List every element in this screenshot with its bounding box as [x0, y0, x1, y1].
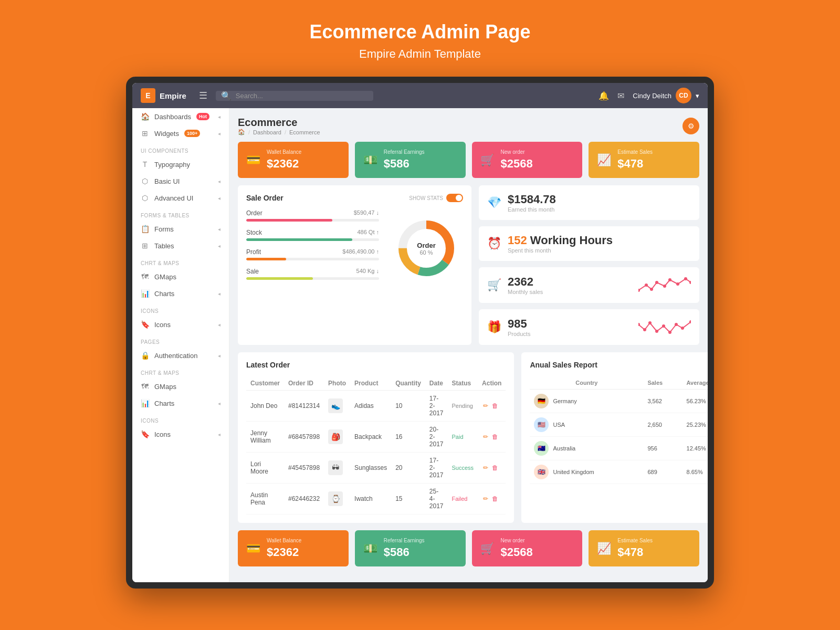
latest-order-card: Latest Order Customer Order ID Photo Pro… — [238, 352, 514, 523]
sidebar-label-advanced-ui: Advanced UI — [154, 194, 193, 202]
edit-button[interactable]: ✏ — [482, 494, 489, 503]
neworder-icon: 🛒 — [480, 153, 495, 167]
chevron-icons1: ◂ — [218, 322, 220, 328]
sidebar-item-widgets[interactable]: ⊞ Widgets 100+ ◂ — [132, 125, 229, 142]
date: 20-2-2017 — [425, 422, 448, 453]
sidebar-item-forms[interactable]: 📋 Forms ◂ — [132, 220, 229, 237]
user-info[interactable]: Cindy Deitch CD ▾ — [633, 88, 699, 103]
sidebar-item-charts2[interactable]: 📊 Charts ◂ — [132, 395, 229, 412]
brand-logo: E Empire — [141, 88, 186, 103]
settings-button[interactable]: ⚙ — [682, 118, 699, 134]
estimate-label: Estimate Sales — [617, 149, 653, 155]
sidebar-item-icons1[interactable]: 🔖 Icons ◂ — [132, 316, 229, 333]
date: 17-2-2017 — [425, 453, 448, 484]
order-id: #62446232 — [284, 484, 324, 514]
neworder-icon-b: 🛒 — [480, 542, 495, 555]
toggle-switch[interactable] — [446, 194, 463, 202]
sidebar-item-dashboards[interactable]: 🏠 Dashboards Hot ◂ — [132, 108, 229, 125]
product-name: Adidas — [350, 391, 391, 422]
section-label-ui: UI Components — [132, 142, 229, 156]
bar-label-profit: Profit — [246, 248, 261, 256]
breadcrumb-dashboard: Dashboard — [253, 129, 281, 135]
donut-percent: 60 % — [417, 249, 435, 256]
date: 25-4-2017 — [425, 484, 448, 514]
stat-card-referral: 💵 Referral Earnings $586 — [355, 142, 466, 178]
product-name: Sunglasses — [350, 453, 391, 484]
bell-icon[interactable]: 🔔 — [598, 91, 609, 101]
wallet-label-b: Wallet Balance — [267, 538, 301, 543]
referral-icon: 💵 — [363, 153, 377, 167]
table-row: Lori Moore #45457898 🕶 Sunglasses 20 17-… — [246, 453, 506, 484]
referral-value: $586 — [384, 157, 425, 171]
edit-button[interactable]: ✏ — [482, 401, 489, 411]
chevron-auth: ◂ — [218, 353, 220, 359]
product-name: Iwatch — [350, 484, 391, 514]
sidebar-item-advanced-ui[interactable]: ⬡ Advanced UI ◂ — [132, 190, 229, 206]
edit-button[interactable]: ✏ — [482, 463, 489, 472]
col-customer: Customer — [246, 376, 284, 391]
search-input[interactable] — [236, 92, 368, 100]
bottom-stat-card-wallet: 💳 Wallet Balance $2362 — [238, 530, 349, 566]
sidebar-item-gmaps1[interactable]: 🗺 GMaps — [132, 268, 229, 285]
bar-value-order: $590,47 ↓ — [354, 209, 379, 217]
device-screen: E Empire ☰ 🔍 🔔 ✉ Cindy Deitch CD ▾ — [132, 83, 708, 582]
sidebar-item-icons2[interactable]: 🔖 Icons ◂ — [132, 426, 229, 443]
page-title: Ecommerce — [238, 117, 320, 129]
product-photo: 🕶 — [324, 453, 350, 484]
stat-card-neworder: 🛒 New order $2568 — [472, 142, 583, 178]
product-photo: 🎒 — [324, 422, 350, 453]
wallet-value: $2362 — [267, 157, 301, 171]
delete-button[interactable]: 🗑 — [491, 432, 499, 442]
svg-point-10 — [676, 282, 679, 286]
country-cell: 🇦🇺 Australia — [530, 437, 643, 460]
show-stats-label: SHOW STATS — [409, 195, 443, 201]
bar-value-stock: 486 Qt ↑ — [357, 229, 379, 236]
mini-stat-monthly-sales: 🛒 2362 Monthly sales — [479, 267, 699, 303]
delete-button[interactable]: 🗑 — [491, 401, 499, 411]
country-name: USA — [553, 422, 565, 428]
donut-center: Order 60 % — [417, 242, 435, 256]
referral-label: Referral Earnings — [384, 149, 425, 155]
referral-value-b: $586 — [384, 545, 425, 559]
monthly-sparkline — [638, 275, 691, 296]
brand-name: Empire — [160, 91, 186, 100]
stat-cards-row: 💳 Wallet Balance $2362 💵 Referral Earnin… — [238, 142, 699, 178]
diamond-icon: 💎 — [487, 196, 501, 209]
average-value: 56.23% — [682, 390, 708, 413]
bar-order: Order $590,47 ↓ — [246, 209, 379, 222]
page-sub-title: Empire Admin Template — [310, 47, 531, 61]
bar-value-profit: $486,490.00 ↑ — [342, 248, 379, 256]
table-row: Austin Pena #62446232 ⌚ Iwatch 15 25-4-2… — [246, 484, 506, 514]
sidebar-item-authentication[interactable]: 🔒 Authentication ◂ — [132, 347, 229, 364]
products-sparkline — [638, 317, 691, 338]
chevron-charts1: ◂ — [218, 291, 220, 297]
sidebar-item-charts1[interactable]: 📊 Charts ◂ — [132, 285, 229, 302]
sales-value: 689 — [643, 460, 682, 484]
country-name: Germany — [553, 398, 576, 404]
bottom-stat-cards: 💳 Wallet Balance $2362 💵 Referral Earnin… — [238, 530, 699, 566]
sidebar-item-tables[interactable]: ⊞ Tables ◂ — [132, 237, 229, 254]
sidebar-item-basic-ui[interactable]: ⬡ Basic UI ◂ — [132, 173, 229, 190]
country-avatar: 🇺🇸 — [534, 417, 549, 432]
mini-stat-earned: 💎 $1584.78 Earned this month — [479, 185, 699, 220]
typography-icon: T — [141, 160, 149, 169]
delete-button[interactable]: 🗑 — [491, 494, 499, 503]
customer-name: Lori Moore — [246, 453, 284, 484]
svg-point-6 — [650, 288, 653, 291]
edit-button[interactable]: ✏ — [482, 432, 489, 442]
status-badge: Paid — [452, 434, 464, 440]
monthly-sales-value: 2362 — [508, 275, 543, 289]
mail-icon[interactable]: ✉ — [617, 91, 624, 101]
hamburger-icon[interactable]: ☰ — [199, 90, 207, 101]
delete-button[interactable]: 🗑 — [491, 463, 499, 472]
table-row: 🇺🇸 USA 2,650 25.23% — [530, 413, 708, 437]
sidebar-item-gmaps2[interactable]: 🗺 GMaps — [132, 378, 229, 395]
section-label-icons2: Icons — [132, 412, 229, 426]
col-average: Average — [682, 376, 708, 390]
icons-icon1: 🔖 — [141, 320, 149, 329]
sidebar-item-typography[interactable]: T Typography — [132, 156, 229, 173]
sidebar-label-dashboards: Dashboards — [154, 113, 191, 121]
chevron-charts2: ◂ — [218, 401, 220, 406]
quantity: 16 — [391, 422, 425, 453]
donut-chart: Order 60 % — [390, 209, 463, 287]
